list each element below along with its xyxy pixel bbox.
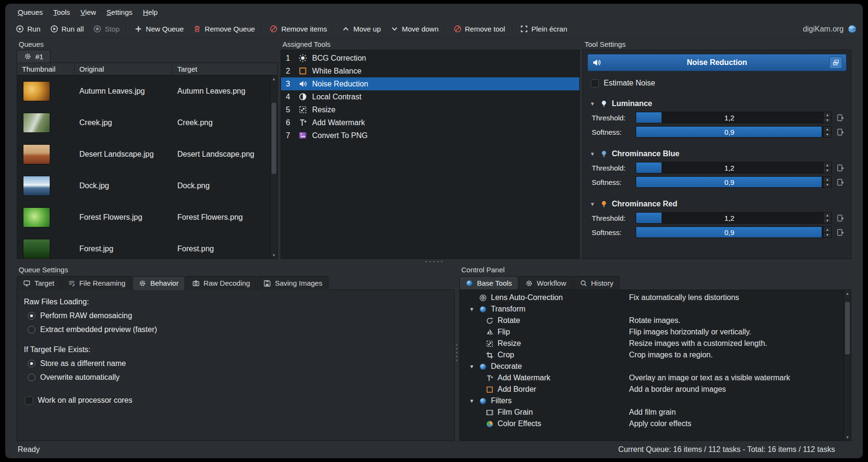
tab-history[interactable]: History (574, 276, 620, 290)
table-row[interactable]: Autumn Leaves.jpg Autumn Leaves.png (17, 75, 277, 107)
radio-button[interactable] (28, 312, 35, 320)
section-chrominance-red[interactable]: ▼ Chrominance Red (590, 200, 843, 208)
softness-slider[interactable]: 0,9 ▲▼ (636, 126, 832, 138)
tree-group-transform[interactable]: ▼ Transform (460, 303, 851, 315)
new-queue-button[interactable]: New Queue (130, 22, 188, 35)
remove-tool-button[interactable]: Remove tool (449, 22, 510, 35)
menu-tools[interactable]: Tools (49, 6, 75, 18)
tab-saving-images[interactable]: Saving Images (257, 276, 328, 290)
table-row[interactable]: Creek.jpg Creek.png (17, 107, 277, 139)
collapse-arrow-icon[interactable]: ▼ (468, 398, 475, 404)
radio-button[interactable] (28, 374, 35, 381)
menu-queues[interactable]: Queues (13, 6, 48, 18)
threshold-slider[interactable]: 1,2 ▲▼ (636, 112, 832, 123)
tree-item-color-effects[interactable]: Color Effects Apply color effects (460, 418, 851, 430)
reset-default-icon[interactable] (836, 214, 845, 223)
scrollbar-thumb[interactable] (271, 103, 276, 174)
column-target[interactable]: Target (173, 63, 270, 75)
tab-target[interactable]: Target (17, 276, 61, 290)
tree-item-lens-auto-correction[interactable]: Lens Auto-Correction Fix automatically l… (460, 292, 851, 303)
collapse-arrow-icon[interactable]: ▼ (590, 101, 596, 107)
table-row[interactable]: Desert Landscape.jpg Desert Landscape.pn… (17, 139, 277, 170)
tree-item-add-watermark[interactable]: Add Watermark Overlay an image or text a… (460, 372, 851, 384)
overwrite-automatically-option[interactable]: Overwrite automatically (28, 373, 447, 382)
reset-default-icon[interactable] (836, 113, 845, 122)
tree-group-decorate[interactable]: ▼ Decorate (460, 361, 851, 372)
queues-scrollbar[interactable]: ▲ ▼ (270, 75, 277, 258)
tree-item-rotate[interactable]: Rotate Rotate images. (460, 315, 851, 326)
move-up-button[interactable]: Move up (337, 22, 386, 35)
remove-queue-button[interactable]: Remove Queue (188, 22, 260, 35)
control-panel-scrollbar[interactable]: ▲ ▼ (844, 290, 851, 441)
tree-item-film-grain[interactable]: Film Grain Add film grain (460, 407, 851, 418)
menu-settings[interactable]: Settings (102, 6, 137, 18)
remove-items-button[interactable]: Remove items (265, 22, 332, 35)
collapse-arrow-icon[interactable]: ▼ (590, 151, 596, 157)
tree-item-crop[interactable]: Crop Crop images to a region. (460, 349, 851, 361)
table-row[interactable]: Forest Flowers.jpg Forest Flowers.png (17, 202, 277, 233)
tree-group-filters[interactable]: ▼ Filters (460, 395, 851, 407)
detach-settings-button[interactable] (829, 56, 842, 69)
tab-base-tools[interactable]: Base Tools (459, 276, 518, 290)
scroll-up-arrow[interactable]: ▲ (271, 75, 277, 82)
embedded-preview-option[interactable]: Extract embedded preview (faster) (28, 325, 447, 334)
softness-slider[interactable]: 0,9 ▲▼ (636, 226, 832, 238)
scroll-down-arrow[interactable]: ▼ (844, 434, 851, 441)
run-all-button[interactable]: Run all (45, 22, 89, 35)
softness-spinbox[interactable]: ▲▼ (823, 227, 831, 237)
table-row[interactable]: Dock.jpg Dock.png (17, 170, 277, 202)
fullscreen-button[interactable]: Plein écran (515, 22, 572, 35)
scroll-down-arrow[interactable]: ▼ (271, 252, 277, 258)
softness-spinbox[interactable]: ▲▼ (823, 127, 831, 137)
stop-button[interactable]: Stop (88, 22, 124, 35)
column-thumbnail[interactable]: Thumbnail (17, 63, 75, 75)
tab-file-renaming[interactable]: File Renaming (62, 276, 132, 290)
assigned-tool-resize[interactable]: 5 Resize (281, 103, 579, 116)
scrollbar-thumb[interactable] (845, 302, 850, 354)
reset-default-icon[interactable] (836, 228, 845, 237)
run-button[interactable]: Run (11, 22, 45, 35)
threshold-spinbox[interactable]: ▲▼ (823, 213, 831, 223)
all-cores-checkbox[interactable] (25, 397, 33, 405)
radio-button[interactable] (28, 360, 35, 367)
assigned-tool-add-watermark[interactable]: 6 Add Watermark (281, 116, 579, 129)
threshold-spinbox[interactable]: ▲▼ (823, 162, 831, 173)
tree-item-resize[interactable]: Resize Resize images with a customized l… (460, 338, 851, 349)
menu-help[interactable]: Help (138, 6, 163, 18)
store-different-name-option[interactable]: Store as a different name (28, 359, 447, 368)
assigned-tool-white-balance[interactable]: 2 White Balance (281, 64, 579, 77)
tree-item-flip[interactable]: Flip Flip images horizontally or vertica… (460, 326, 851, 338)
threshold-slider[interactable]: 1,2 ▲▼ (636, 162, 832, 173)
collapse-arrow-icon[interactable]: ▼ (468, 306, 475, 312)
all-cores-option[interactable]: Work on all processor cores (25, 396, 447, 405)
reset-default-icon[interactable] (836, 178, 845, 187)
reset-default-icon[interactable] (836, 128, 845, 137)
horizontal-splitter[interactable] (17, 259, 851, 264)
tree-item-add-border[interactable]: Add Border Add a border around images (460, 384, 851, 395)
section-luminance[interactable]: ▼ Luminance (590, 99, 843, 108)
softness-slider[interactable]: 0,9 ▲▼ (636, 176, 832, 188)
assigned-tool-noise-reduction[interactable]: 3 Noise Reduction (281, 77, 579, 90)
move-down-button[interactable]: Move down (386, 22, 444, 35)
scroll-up-arrow[interactable]: ▲ (844, 290, 851, 297)
radio-button[interactable] (28, 326, 35, 333)
section-chrominance-blue[interactable]: ▼ Chrominance Blue (590, 150, 843, 158)
column-original[interactable]: Original (75, 63, 173, 75)
tab-raw-decoding[interactable]: Raw Decoding (186, 276, 257, 290)
softness-spinbox[interactable]: ▲▼ (823, 177, 831, 187)
queue-tab-1[interactable]: #1 (17, 50, 51, 63)
assigned-tool-convert-to-png[interactable]: 7 Convert To PNG (281, 129, 579, 142)
threshold-slider[interactable]: 1,2 ▲▼ (636, 212, 832, 224)
tab-behavior[interactable]: Behavior (132, 276, 184, 290)
vertical-splitter[interactable] (455, 264, 459, 441)
reset-default-icon[interactable] (836, 163, 845, 172)
assigned-tool-bcg-correction[interactable]: 1 BCG Correction (281, 52, 579, 64)
tab-workflow[interactable]: Workflow (519, 276, 572, 290)
menu-view[interactable]: View (76, 6, 101, 18)
raw-demosaicing-option[interactable]: Perform RAW demosaicing (28, 312, 447, 320)
collapse-arrow-icon[interactable]: ▼ (590, 201, 596, 207)
estimate-noise-checkbox[interactable] (591, 79, 599, 87)
table-row[interactable]: Forest.jpg Forest.png (17, 233, 277, 259)
collapse-arrow-icon[interactable]: ▼ (468, 364, 475, 369)
threshold-spinbox[interactable]: ▲▼ (823, 112, 831, 123)
